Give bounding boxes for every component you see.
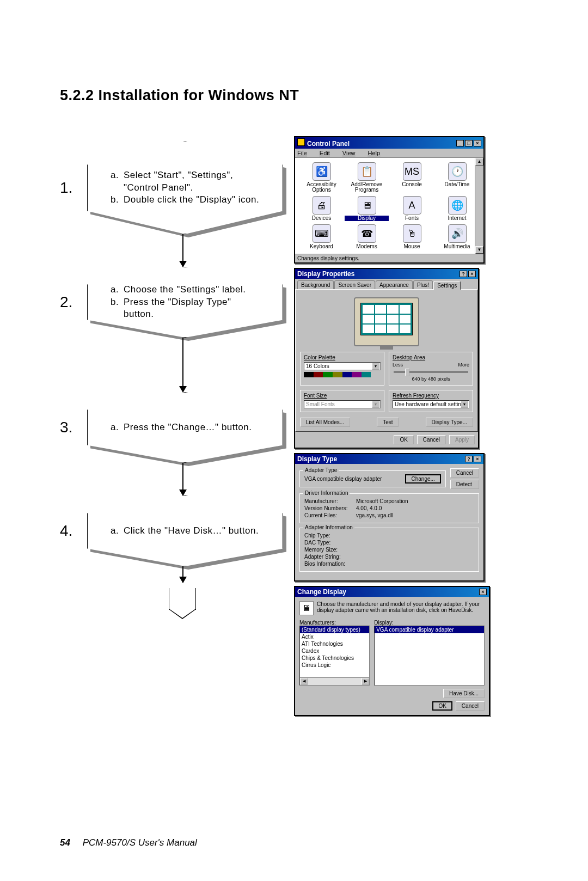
app-icon: 🖨: [313, 196, 331, 215]
menu-view[interactable]: View: [342, 150, 361, 156]
app-icon: MS: [403, 162, 421, 181]
control-panel-window: Control Panel _ □ × File Edit View Help …: [294, 136, 485, 264]
close-button[interactable]: ×: [468, 271, 476, 277]
cp-item-fonts[interactable]: AFonts: [390, 196, 434, 221]
help-button[interactable]: ?: [465, 456, 473, 462]
app-icon: ♿: [313, 162, 331, 181]
manufacturers-label: Manufacturers:: [299, 620, 370, 626]
page-footer: 54 PCM-9570/S User's Manual: [60, 837, 197, 848]
step-4a-label: a.: [111, 525, 124, 537]
adapter-type-value: VGA compatible display adapter: [304, 476, 382, 482]
app-icon: 🖱: [403, 224, 421, 243]
maximize-button[interactable]: □: [465, 140, 473, 146]
list-item[interactable]: ATI Technologies: [300, 640, 369, 647]
manufacturers-listbox[interactable]: (Standard display types)ActixATI Technol…: [299, 626, 370, 686]
menu-help[interactable]: Help: [368, 150, 386, 156]
cancel-button[interactable]: Cancel: [450, 468, 479, 478]
list-item[interactable]: Chips & Technologies: [300, 654, 369, 662]
list-item[interactable]: Actix: [300, 633, 369, 640]
display-type-button[interactable]: Display Type...: [426, 418, 473, 427]
app-icon: 🌐: [448, 196, 467, 215]
display-label: Display:: [374, 620, 485, 626]
cp-item-devices[interactable]: 🖨Devices: [299, 196, 344, 221]
info-row: Current Files:vga.sys, vga.dll: [304, 512, 474, 518]
monitor-preview-icon: [354, 297, 419, 346]
list-item[interactable]: (Standard display types): [300, 626, 369, 633]
step-3-box: a.Press the "Change…" button.: [87, 392, 283, 463]
have-disk-button[interactable]: Have Disk...: [443, 689, 485, 698]
adapter-info-label: Adapter Information: [303, 524, 354, 530]
display-type-window: Display Type ? × Adapter Type VGA compat…: [294, 453, 485, 582]
step-1b-label: b.: [111, 194, 124, 206]
cp-item-console[interactable]: MSConsole: [390, 162, 434, 193]
adapter-type-label: Adapter Type: [303, 467, 339, 473]
control-panel-body: ♿Accessibility Options📋Add/Remove Progra…: [295, 158, 483, 254]
arrow-icon: [182, 566, 183, 583]
step-3-number: 3.: [60, 419, 72, 436]
app-icon: 🔊: [448, 224, 467, 243]
tab-plus-[interactable]: Plus!: [413, 280, 433, 289]
color-palette-dropdown[interactable]: 16 Colors: [304, 362, 381, 370]
info-row: Chip Type:: [304, 533, 474, 539]
minimize-button[interactable]: _: [456, 140, 464, 146]
list-item[interactable]: Cardex: [300, 647, 369, 654]
tab-appearance[interactable]: Appearance: [376, 280, 413, 289]
apply-button[interactable]: Apply: [449, 435, 475, 444]
close-button[interactable]: ×: [474, 456, 481, 462]
menu-file[interactable]: File: [297, 150, 313, 156]
cp-item-date-time[interactable]: 🕐Date/Time: [435, 162, 479, 193]
step-3a-label: a.: [111, 421, 124, 434]
change-button[interactable]: Change...: [405, 474, 440, 484]
step-2b-text: Press the "Display Type" button.: [124, 296, 260, 321]
ok-button[interactable]: OK: [432, 701, 452, 711]
step-4a-text: Click the "Have Disk…" button.: [124, 525, 259, 537]
detect-button[interactable]: Detect: [450, 480, 479, 489]
step-3a-text: Press the "Change…" button.: [124, 421, 252, 434]
cp-item-mouse[interactable]: 🖱Mouse: [390, 224, 434, 249]
step-1b-text: Double click the "Display" icon.: [124, 194, 259, 206]
ok-button[interactable]: OK: [394, 435, 413, 444]
tab-screen-saver[interactable]: Screen Saver: [334, 280, 375, 289]
tab-background[interactable]: Background: [297, 280, 334, 289]
list-all-modes-button[interactable]: List All Modes...: [300, 418, 350, 427]
control-panel-title: Control Panel: [307, 140, 350, 148]
cancel-button[interactable]: Cancel: [417, 435, 446, 444]
app-icon: ☎: [358, 224, 376, 243]
cp-item-add-remove-programs[interactable]: 📋Add/Remove Programs: [345, 162, 389, 193]
app-icon: 🕐: [448, 162, 467, 181]
font-size-dropdown[interactable]: Small Fonts: [304, 400, 381, 408]
cp-item-multimedia[interactable]: 🔊Multimedia: [435, 224, 479, 249]
flowchart-column: 1. a.Select "Start", "Settings", "Contro…: [60, 142, 294, 610]
cp-item-accessibility-options[interactable]: ♿Accessibility Options: [299, 162, 344, 193]
cp-item-modems[interactable]: ☎Modems: [345, 224, 389, 249]
close-button[interactable]: ×: [474, 140, 481, 146]
info-row: Bios Information:: [304, 561, 474, 567]
app-icon: 📋: [358, 162, 376, 181]
step-1a-text: Select "Start", "Settings", "Control Pan…: [124, 169, 260, 194]
cp-item-keyboard[interactable]: ⌨Keyboard: [299, 224, 344, 249]
menu-edit[interactable]: Edit: [320, 150, 335, 156]
refresh-group: Refresh Frequency Use hardware default s…: [389, 390, 473, 412]
tab-bar: BackgroundScreen SaverAppearancePlus!Set…: [295, 279, 478, 289]
test-button[interactable]: Test: [377, 418, 399, 427]
cp-item-display[interactable]: 🖥Display: [345, 196, 389, 221]
help-button[interactable]: ?: [460, 271, 467, 277]
folder-icon: [297, 138, 305, 146]
scrollbar[interactable]: ▲▼: [475, 158, 483, 254]
cp-item-internet[interactable]: 🌐Internet: [435, 196, 479, 221]
desktop-area-slider[interactable]: [394, 371, 468, 373]
cancel-button[interactable]: Cancel: [456, 701, 485, 711]
list-item[interactable]: VGA compatible display adapter: [375, 626, 484, 633]
list-item[interactable]: Cirrus Logic: [300, 662, 369, 669]
display-listbox[interactable]: VGA compatible display adapter: [374, 626, 485, 686]
refresh-dropdown[interactable]: Use hardware default settin: [393, 400, 469, 408]
info-row: DAC Type:: [304, 540, 474, 546]
info-row: Manufacturer:Microsoft Corporation: [304, 498, 474, 504]
step-2b-label: b.: [111, 296, 124, 321]
close-button[interactable]: ×: [479, 589, 487, 595]
step-1-number: 1.: [60, 179, 72, 197]
change-display-title: Change Display: [297, 588, 346, 596]
tab-settings[interactable]: Settings: [433, 281, 461, 290]
desktop-area-group: Desktop Area LessMore 640 by 480 pixels: [389, 352, 473, 386]
display-properties-window: Display Properties ? × BackgroundScreen …: [294, 268, 479, 449]
